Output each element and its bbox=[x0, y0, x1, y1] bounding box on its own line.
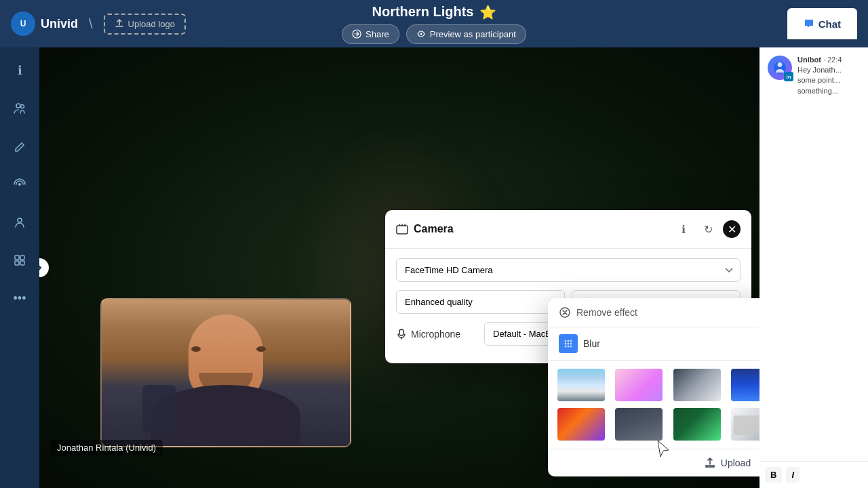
logo-area: U Univid \ Upload logo bbox=[11, 12, 186, 36]
video-area: Jonathan Rintala (Univid) Camera ℹ ↻ ✕ F bbox=[39, 47, 760, 488]
chat-footer: B I bbox=[760, 461, 868, 488]
bg-thumb-pink[interactable] bbox=[614, 367, 664, 403]
svg-rect-10 bbox=[15, 261, 19, 265]
svg-point-3 bbox=[420, 33, 422, 35]
svg-rect-13 bbox=[399, 329, 403, 336]
topbar-right: Chat bbox=[787, 8, 857, 39]
svg-point-19 bbox=[568, 343, 570, 345]
sidebar-item-staff[interactable] bbox=[7, 248, 32, 272]
message-timestamp: 22:4 bbox=[827, 56, 842, 64]
chat-panel-content: in Unibot · 22:4 Hey Jonath... some poin… bbox=[760, 47, 868, 461]
upload-background-button[interactable]: Upload bbox=[548, 449, 760, 476]
modal-info-button[interactable]: ℹ bbox=[674, 220, 693, 239]
microphone-label: Microphone bbox=[396, 329, 477, 340]
blur-button[interactable]: Blur bbox=[548, 327, 760, 361]
topbar-center: Northern Lights ⭐ Share Preview as parti… bbox=[342, 4, 526, 44]
presenter-video-thumbnail bbox=[100, 298, 351, 447]
event-title: Northern Lights ⭐ bbox=[372, 4, 496, 20]
presenter-name-label: Jonathan Rintala (Univid) bbox=[50, 440, 163, 455]
sidebar-item-info[interactable]: ℹ bbox=[7, 58, 32, 83]
message-text: Hey Jonath... some point... something... bbox=[797, 65, 860, 96]
bg-thumb-city[interactable] bbox=[556, 407, 606, 442]
chat-tab[interactable]: Chat bbox=[787, 8, 857, 39]
mouse-cursor bbox=[655, 439, 671, 461]
background-effects-panel: Remove effect Blur bbox=[548, 298, 760, 476]
avatar: in bbox=[768, 56, 792, 80]
svg-point-21 bbox=[565, 346, 567, 348]
sidebar-item-people[interactable] bbox=[7, 96, 32, 121]
topbar: U Univid \ Upload logo Northern Lights ⭐… bbox=[0, 0, 868, 47]
svg-point-16 bbox=[568, 340, 570, 342]
svg-point-6 bbox=[18, 183, 21, 186]
svg-point-15 bbox=[565, 340, 567, 342]
svg-rect-9 bbox=[20, 256, 24, 260]
svg-text:U: U bbox=[20, 19, 26, 28]
divider: \ bbox=[89, 16, 93, 32]
bg-thumb-geometric[interactable] bbox=[672, 367, 722, 403]
blur-icon bbox=[559, 334, 578, 353]
svg-rect-11 bbox=[20, 261, 24, 265]
svg-rect-8 bbox=[15, 256, 19, 260]
modal-title: Camera bbox=[396, 223, 454, 235]
bg-thumb-forest[interactable] bbox=[672, 407, 722, 442]
presenter-video-feed bbox=[102, 300, 350, 446]
main-layout: ℹ ••• bbox=[0, 47, 868, 488]
svg-rect-12 bbox=[397, 226, 408, 234]
remove-effect-button[interactable]: Remove effect bbox=[548, 298, 760, 327]
sidebar-item-edit[interactable] bbox=[7, 134, 32, 159]
bg-thumb-mountains[interactable] bbox=[556, 367, 606, 403]
sender-name: Unibot bbox=[797, 56, 821, 64]
bg-thumb-roads[interactable] bbox=[614, 407, 664, 442]
svg-point-5 bbox=[21, 105, 24, 108]
quality-select[interactable]: Enhanced quality bbox=[396, 290, 565, 314]
svg-point-7 bbox=[18, 218, 22, 222]
left-sidebar: ℹ ••• bbox=[0, 47, 39, 488]
svg-point-17 bbox=[570, 340, 572, 342]
svg-point-18 bbox=[565, 343, 567, 345]
modal-header: Camera ℹ ↻ ✕ bbox=[385, 210, 751, 249]
preview-as-participant-button[interactable]: Preview as participant bbox=[406, 24, 526, 44]
sidebar-item-broadcast[interactable] bbox=[7, 172, 32, 197]
logo-icon: U bbox=[11, 12, 35, 36]
right-panel: in Unibot · 22:4 Hey Jonath... some poin… bbox=[760, 47, 868, 488]
sidebar-item-user[interactable] bbox=[7, 210, 32, 235]
modal-refresh-button[interactable]: ↻ bbox=[698, 220, 717, 239]
svg-point-22 bbox=[568, 346, 570, 348]
camera-select[interactable]: FaceTime HD Camera bbox=[396, 258, 741, 282]
modal-header-icons: ℹ ↻ ✕ bbox=[674, 220, 741, 239]
message-content: Unibot · 22:4 Hey Jonath... some point..… bbox=[797, 56, 860, 96]
italic-format-button[interactable]: I bbox=[786, 467, 800, 483]
background-thumbnails: ✕ bbox=[548, 361, 760, 449]
svg-point-20 bbox=[570, 343, 572, 345]
app-name: Univid bbox=[41, 17, 78, 31]
bg-thumb-blue-dark[interactable] bbox=[730, 367, 760, 403]
chat-message: in Unibot · 22:4 Hey Jonath... some poin… bbox=[768, 56, 860, 96]
upload-logo-button[interactable]: Upload logo bbox=[104, 14, 186, 35]
modal-close-button[interactable]: ✕ bbox=[723, 220, 741, 238]
sidebar-item-more[interactable]: ••• bbox=[7, 286, 32, 310]
svg-point-23 bbox=[570, 346, 572, 348]
share-button[interactable]: Share bbox=[342, 24, 399, 44]
svg-point-4 bbox=[16, 104, 20, 108]
camera-selector-row: FaceTime HD Camera bbox=[396, 258, 741, 282]
message-header: Unibot · 22:4 bbox=[797, 56, 860, 64]
topbar-actions: Share Preview as participant bbox=[342, 24, 526, 44]
bold-format-button[interactable]: B bbox=[765, 467, 782, 483]
star-icon: ⭐ bbox=[479, 4, 496, 20]
bg-thumb-keyboard[interactable] bbox=[730, 407, 760, 442]
linkedin-badge: in bbox=[784, 72, 793, 81]
